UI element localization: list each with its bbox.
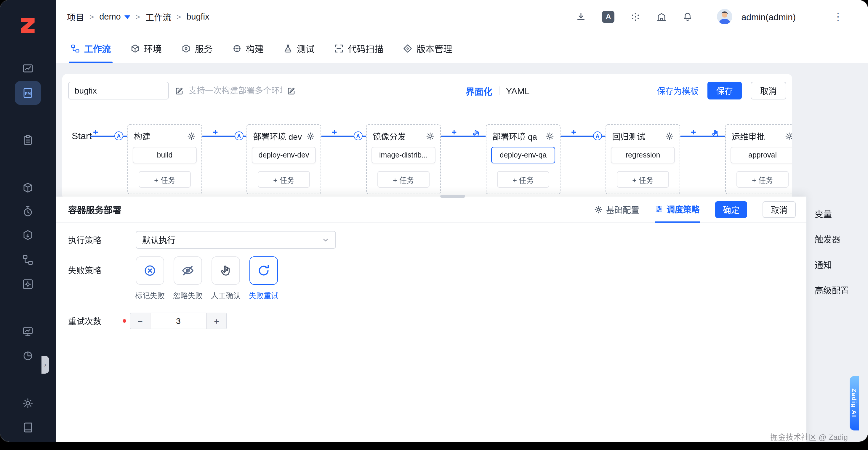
stage-card-deploy-qa[interactable]: 部署环境 qa deploy-env-qa + 任务 bbox=[486, 124, 560, 194]
stage-card-approval[interactable]: 运维审批 approval + 任务 bbox=[725, 124, 792, 194]
option-ignore-failure[interactable]: 忽略失败 bbox=[174, 256, 202, 301]
tab-version-management[interactable]: 版本管理 bbox=[403, 33, 452, 63]
stage-settings-icon[interactable] bbox=[426, 132, 434, 140]
add-task-button[interactable]: + 任务 bbox=[497, 171, 549, 188]
download-icon[interactable] bbox=[576, 11, 586, 22]
stage-settings-icon[interactable] bbox=[546, 132, 554, 140]
templates-icon bbox=[22, 254, 34, 266]
stage-card-regression[interactable]: 回归测试 regression + 任务 bbox=[606, 124, 680, 194]
sidebar-item-templates[interactable] bbox=[16, 249, 40, 271]
add-task-button[interactable]: + 任务 bbox=[377, 171, 430, 188]
organization-icon[interactable] bbox=[657, 11, 667, 22]
breadcrumb-workflows[interactable]: 工作流 bbox=[146, 10, 171, 23]
avatar[interactable] bbox=[717, 9, 733, 24]
add-task-button[interactable]: + 任务 bbox=[138, 171, 191, 188]
tab-builds[interactable]: 构建 bbox=[232, 33, 264, 63]
sidebar-collapse-toggle[interactable] bbox=[41, 356, 49, 374]
tab-basic-config[interactable]: 基础配置 bbox=[594, 196, 639, 222]
stepper-plus-button[interactable]: + bbox=[206, 313, 226, 329]
sidebar-item-release[interactable] bbox=[16, 129, 40, 152]
right-menu-triggers[interactable]: 触发器 bbox=[815, 233, 840, 245]
stage-settings-icon[interactable] bbox=[665, 132, 674, 140]
tab-workflows[interactable]: 工作流 bbox=[70, 33, 111, 63]
exec-strategy-select[interactable]: 默认执行 bbox=[136, 231, 336, 249]
stage-card-image-distribute[interactable]: 镜像分发 image-distrib... + 任务 bbox=[366, 124, 441, 194]
sidebar-item-docs[interactable] bbox=[16, 416, 40, 439]
workflow-description-input[interactable] bbox=[188, 86, 282, 95]
task-chip-selected[interactable]: deploy-env-qa bbox=[491, 147, 555, 163]
breadcrumb-separator: > bbox=[136, 12, 140, 21]
add-stage-button[interactable]: + bbox=[213, 127, 218, 136]
option-mark-failed[interactable]: 标记失败 bbox=[136, 256, 164, 301]
confirm-button[interactable]: 确定 bbox=[715, 201, 747, 218]
right-menu-advanced-config[interactable]: 高级配置 bbox=[815, 284, 849, 296]
zadig-logo[interactable] bbox=[18, 15, 38, 35]
tab-schedule-strategy[interactable]: 调度策略 bbox=[655, 196, 700, 222]
mode-ui-button[interactable]: 界面化 bbox=[466, 84, 492, 97]
tab-services[interactable]: 服务 bbox=[181, 33, 213, 63]
sidebar-item-artifacts[interactable] bbox=[16, 224, 40, 246]
task-chip[interactable]: regression bbox=[611, 147, 675, 163]
sidebar-item-tests[interactable] bbox=[16, 200, 40, 223]
add-stage-button[interactable]: + bbox=[571, 127, 577, 136]
add-task-button[interactable]: + 任务 bbox=[737, 171, 788, 188]
add-stage-button[interactable]: + bbox=[691, 127, 696, 136]
sidebar-item-integrations[interactable] bbox=[16, 273, 40, 295]
add-task-button[interactable]: + 任务 bbox=[617, 171, 669, 188]
option-retry-on-failure[interactable]: 失败重试 bbox=[249, 256, 278, 301]
approval-badge-icon[interactable]: A bbox=[235, 131, 244, 140]
task-chip[interactable]: build bbox=[133, 147, 197, 163]
drawer-cancel-button[interactable]: 取消 bbox=[763, 201, 796, 218]
more-menu-icon[interactable]: ⋮ bbox=[833, 10, 843, 23]
save-as-template-link[interactable]: 保存为模板 bbox=[657, 85, 699, 97]
task-chip[interactable]: image-distrib... bbox=[371, 147, 435, 163]
stepper-minus-button[interactable]: − bbox=[130, 313, 151, 329]
sidebar-item-settings[interactable] bbox=[16, 392, 40, 415]
language-icon[interactable]: A bbox=[602, 10, 615, 23]
right-menu-notifications[interactable]: 通知 bbox=[815, 258, 832, 270]
tab-code-scan[interactable]: 代码扫描 bbox=[334, 33, 383, 63]
breadcrumb-project-select[interactable]: demo bbox=[99, 12, 130, 21]
right-menu-variables[interactable]: 变量 bbox=[815, 207, 832, 220]
stage-card-build[interactable]: 构建 build + 任务 bbox=[127, 124, 202, 194]
add-stage-button[interactable]: + bbox=[332, 127, 337, 136]
hand-cursor-icon[interactable] bbox=[472, 129, 480, 138]
sidebar-item-dashboard[interactable] bbox=[16, 58, 40, 80]
approval-badge-icon[interactable]: A bbox=[593, 131, 602, 140]
stage-settings-icon[interactable] bbox=[306, 132, 315, 140]
save-button[interactable]: 保存 bbox=[707, 82, 742, 99]
stage-settings-icon[interactable] bbox=[785, 132, 792, 140]
sidebar-item-insights[interactable] bbox=[16, 320, 40, 343]
stage-settings-icon[interactable] bbox=[187, 132, 195, 140]
mode-yaml-button[interactable]: YAML bbox=[506, 86, 529, 96]
approval-badge-icon[interactable]: A bbox=[354, 131, 363, 140]
sidebar-item-environments[interactable] bbox=[16, 176, 40, 199]
stepper-value[interactable]: 3 bbox=[151, 313, 206, 329]
canvas-scrollbar[interactable] bbox=[440, 195, 465, 198]
apps-icon[interactable] bbox=[631, 11, 641, 22]
add-stage-button[interactable]: + bbox=[93, 127, 98, 136]
approval-badge-icon[interactable]: A bbox=[114, 131, 123, 140]
task-chip[interactable]: deploy-env-dev bbox=[252, 147, 316, 163]
edit-description-icon[interactable] bbox=[287, 86, 296, 95]
avatar-image bbox=[717, 9, 733, 24]
tab-tests[interactable]: 测试 bbox=[283, 33, 315, 63]
editor-mode-toggle: 界面化 YAML bbox=[466, 82, 530, 99]
zadig-ai-tab[interactable]: Zadig AI bbox=[849, 376, 859, 430]
add-task-button[interactable]: + 任务 bbox=[258, 171, 310, 188]
option-manual-confirm[interactable]: 人工确认 bbox=[212, 256, 240, 301]
stage-card-deploy-dev[interactable]: 部署环境 dev deploy-env-dev + 任务 bbox=[246, 124, 321, 194]
sidebar-item-projects[interactable]: PM bbox=[15, 81, 41, 105]
add-stage-button[interactable]: + bbox=[452, 127, 457, 136]
task-chip[interactable]: approval bbox=[731, 147, 792, 163]
retry-count-stepper: − 3 + bbox=[130, 313, 227, 329]
h和-cursor-icon[interactable] bbox=[711, 129, 720, 138]
notification-icon[interactable] bbox=[683, 11, 693, 22]
user-name[interactable]: admin(admin) bbox=[742, 11, 796, 22]
cancel-button[interactable]: 取消 bbox=[751, 82, 786, 99]
sidebar-item-statistics[interactable] bbox=[16, 345, 40, 367]
edit-name-icon[interactable] bbox=[175, 87, 184, 95]
tab-environments[interactable]: 环境 bbox=[130, 33, 162, 63]
workflow-name-input[interactable] bbox=[68, 82, 169, 99]
breadcrumb-projects[interactable]: 项目 bbox=[67, 10, 84, 23]
